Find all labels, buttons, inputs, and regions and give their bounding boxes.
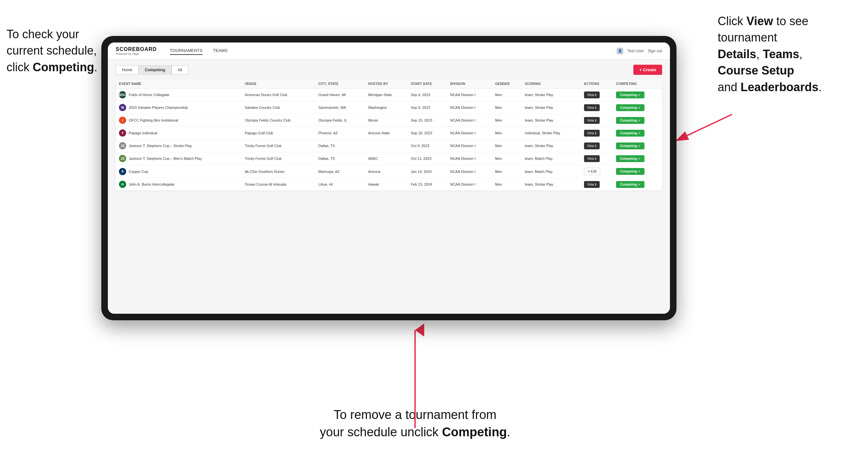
bottom-period: . xyxy=(507,425,510,439)
actions-cell: View ℹ xyxy=(581,178,613,191)
venue: Trinity Forest Golf Club xyxy=(242,152,315,165)
col-competing: COMPETING xyxy=(613,80,662,89)
nav-link-tournaments[interactable]: TOURNAMENTS xyxy=(170,47,203,55)
table-body: MSU Folds of Honor Collegiate American D… xyxy=(116,89,662,191)
event-name-cell: I OFCC Fighting Illini Invitational xyxy=(116,114,242,127)
event-name-cell: MSU Folds of Honor Collegiate xyxy=(116,89,242,101)
start-date: Sep 15, 2023 xyxy=(407,114,447,127)
city-state: Sammamish, WA xyxy=(315,101,365,114)
hosted-by: Michigan State xyxy=(365,89,407,101)
hosted-by: Arizona State xyxy=(365,127,407,139)
gender: Men xyxy=(492,89,522,101)
view-button[interactable]: View ℹ xyxy=(584,130,600,136)
event-name: Jackson T. Stephens Cup – Men's Match Pl… xyxy=(129,157,202,160)
tr-bold1: View xyxy=(746,14,773,28)
team-logo: H xyxy=(119,181,126,188)
venue: Trinity Forest Golf Club xyxy=(242,139,315,152)
competing-badge[interactable]: Competing ✓ xyxy=(616,92,645,98)
gender: Men xyxy=(492,165,522,178)
competing-badge[interactable]: Competing ✓ xyxy=(616,168,645,175)
city-state: Olympia Fields, IL xyxy=(315,114,365,127)
bottom-line2: your schedule unclick xyxy=(320,425,442,439)
filter-all[interactable]: All xyxy=(172,65,188,74)
logo-subtitle: Powered by clippi xyxy=(116,52,157,56)
event-name: Papago Individual xyxy=(129,131,157,135)
scoring: team, Stroke Play xyxy=(522,101,581,114)
table-header: EVENT NAME VENUE CITY, STATE HOSTED BY S… xyxy=(116,80,662,89)
col-venue: VENUE xyxy=(242,80,315,89)
scoring: team, Stroke Play xyxy=(522,139,581,152)
division: NCAA Division I xyxy=(447,139,492,152)
team-logo: JS xyxy=(119,142,126,149)
table-row: Y Papago Individual Papago Golf ClubPhoe… xyxy=(116,127,662,139)
event-name-cell: A Copper Cup xyxy=(116,165,242,178)
team-logo: JS xyxy=(119,155,126,162)
edit-button[interactable]: ✏ Edit xyxy=(584,168,600,175)
annotation-line1: To check your xyxy=(6,27,79,41)
competing-badge[interactable]: Competing ✓ xyxy=(616,117,645,124)
city-state: Phoenix, AZ xyxy=(315,127,365,139)
view-button[interactable]: View ℹ xyxy=(584,155,600,162)
hosted-by: Hawaii xyxy=(365,178,407,191)
view-button[interactable]: View ℹ xyxy=(584,104,600,111)
table-row: A Copper Cup Ak-Chin Southern DunesMaric… xyxy=(116,165,662,178)
filter-competing[interactable]: Competing xyxy=(138,65,172,74)
division: NCAA Division I xyxy=(447,101,492,114)
division: NCAA Division I xyxy=(447,152,492,165)
view-button[interactable]: View ℹ xyxy=(584,92,600,98)
col-division: DIVISION xyxy=(447,80,492,89)
tr-line1: Click xyxy=(718,14,746,28)
competing-badge[interactable]: Competing ✓ xyxy=(616,143,645,149)
city-state: Lihue, HI xyxy=(315,178,365,191)
event-name: 2023 Sahalee Players Championship xyxy=(129,105,188,110)
tr-bold2: Details xyxy=(718,48,756,61)
hosted-by: ABAC xyxy=(365,152,407,165)
table-row: I OFCC Fighting Illini Invitational Olym… xyxy=(116,114,662,127)
filter-home[interactable]: Home xyxy=(116,65,138,74)
hosted-by: Arizona xyxy=(365,165,407,178)
tr-comma2: , xyxy=(799,48,802,61)
create-button[interactable]: + Create xyxy=(633,65,662,75)
city-state: Dallas, TX xyxy=(315,152,365,165)
competing-cell: Competing ✓ xyxy=(613,89,662,101)
competing-badge[interactable]: Competing ✓ xyxy=(616,155,645,162)
view-button[interactable]: View ℹ xyxy=(584,117,600,124)
logo-title: SCOREBOARD xyxy=(116,46,157,52)
event-name-cell: JS Jackson T. Stephens Cup – Stroke Play xyxy=(116,139,242,152)
col-event-name: EVENT NAME xyxy=(116,80,242,89)
start-date: Sep 9, 2023 xyxy=(407,101,447,114)
sign-out-link[interactable]: Sign out xyxy=(648,49,662,53)
event-name-cell: H John A. Burns Intercollegiate xyxy=(116,178,242,191)
table-row: W 2023 Sahalee Players Championship Saha… xyxy=(116,101,662,114)
team-logo: MSU xyxy=(119,91,126,98)
competing-cell: Competing ✓ xyxy=(613,114,662,127)
actions-cell: View ℹ xyxy=(581,101,613,114)
nav-link-teams[interactable]: TEAMS xyxy=(213,47,228,55)
col-city: CITY, STATE xyxy=(315,80,365,89)
gender: Men xyxy=(492,152,522,165)
event-name-cell: W 2023 Sahalee Players Championship xyxy=(116,101,242,114)
gender: Men xyxy=(492,139,522,152)
tr-comma: , xyxy=(756,48,763,61)
main-content: Home Competing All + Create EVENT NAME V… xyxy=(108,60,670,314)
tr-period: . xyxy=(818,81,822,94)
tr-and: and xyxy=(718,81,741,94)
start-date: Feb 15, 2024 xyxy=(407,178,447,191)
competing-cell: Competing ✓ xyxy=(613,139,662,152)
competing-badge[interactable]: Competing ✓ xyxy=(616,104,645,111)
competing-badge[interactable]: Competing ✓ xyxy=(616,181,645,188)
col-scoring: SCORING xyxy=(522,80,581,89)
competing-badge[interactable]: Competing ✓ xyxy=(616,130,645,136)
event-name-cell: Y Papago Individual xyxy=(116,127,242,139)
scoring: team, Match Play xyxy=(522,152,581,165)
view-button[interactable]: View ℹ xyxy=(584,143,600,149)
actions-cell: ✏ Edit xyxy=(581,165,613,178)
event-name-cell: JS Jackson T. Stephens Cup – Men's Match… xyxy=(116,152,242,165)
view-button[interactable]: View ℹ xyxy=(584,181,600,188)
filter-bar: Home Competing All + Create xyxy=(116,65,662,75)
tournaments-table: EVENT NAME VENUE CITY, STATE HOSTED BY S… xyxy=(116,80,662,190)
competing-cell: Competing ✓ xyxy=(613,127,662,139)
actions-cell: View ℹ xyxy=(581,114,613,127)
start-date: Oct 9, 2023 xyxy=(407,139,447,152)
scoring: team, Stroke Play xyxy=(522,114,581,127)
